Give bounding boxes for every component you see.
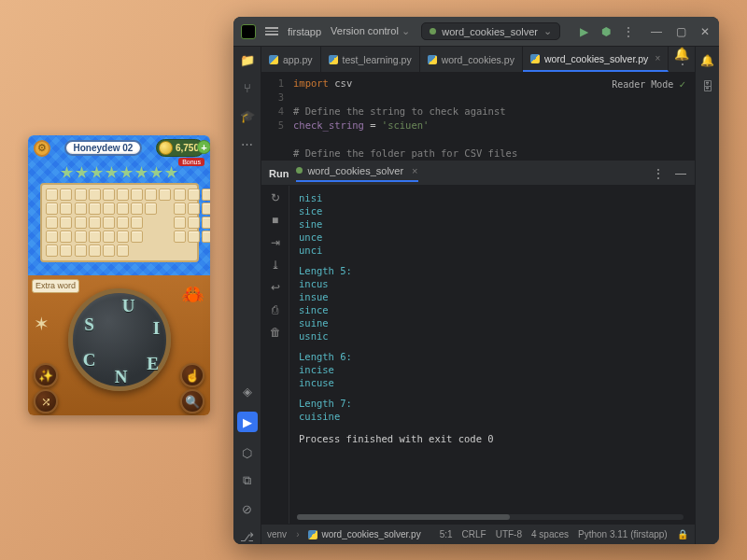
readonly-lock-icon[interactable]: 🔒: [677, 529, 688, 539]
search-hint-button[interactable]: 🔍: [180, 389, 204, 413]
titlebar: firstapp Version control word_cookies_so…: [233, 17, 719, 47]
wheel-letter[interactable]: U: [118, 295, 140, 317]
learn-tool-icon[interactable]: 🎓: [240, 108, 255, 123]
run-config-selector[interactable]: word_cookies_solver ⌄: [421, 22, 560, 40]
output-word: cuisine: [299, 410, 685, 423]
settings-gear-icon[interactable]: ⚙: [34, 140, 50, 157]
bonus-tag: Bonus: [178, 158, 204, 166]
wheel-letter[interactable]: N: [110, 366, 133, 388]
print-icon[interactable]: ⎙: [272, 303, 278, 316]
python-file-icon: [329, 55, 338, 64]
horizontal-scrollbar[interactable]: [297, 514, 684, 520]
run-panel-title: Run: [269, 168, 289, 179]
run-tool-icon[interactable]: ▶: [237, 412, 258, 432]
editor-tab-active[interactable]: word_cookies_solver.py×: [523, 47, 669, 72]
left-tool-strip: 📁 ⑂ 🎓 ⋯ ◈ ▶ ⬡ ⧉ ⊘ ⎇: [233, 47, 261, 544]
minimize-button[interactable]: ―: [650, 25, 663, 38]
terminal-tool-icon[interactable]: ⧉: [240, 473, 255, 488]
letter-wheel[interactable]: U I E N C S: [68, 288, 171, 391]
current-file[interactable]: word_cookies_solver.py: [308, 529, 420, 539]
output-word: sine: [299, 217, 685, 231]
code-content[interactable]: import csv # Define the string to check …: [289, 73, 517, 161]
line-ending[interactable]: CRLF: [462, 529, 486, 539]
output-word: unci: [299, 244, 685, 257]
pointer-hint-button[interactable]: ☝: [180, 363, 204, 387]
file-encoding[interactable]: UTF-8: [496, 529, 522, 539]
step-icon[interactable]: ⇥: [271, 236, 280, 249]
output-word: nisi: [299, 191, 685, 204]
hint-wand-button[interactable]: ✨: [34, 363, 58, 387]
coin-counter[interactable]: 6,750: [156, 139, 204, 157]
run-panel-options-icon[interactable]: ⋮: [652, 167, 665, 180]
output-heading: Length 6:: [299, 350, 685, 363]
close-tab-icon[interactable]: ×: [655, 53, 660, 63]
softwrap-icon[interactable]: ↩: [271, 281, 280, 294]
maximize-button[interactable]: ▢: [674, 25, 687, 38]
output-heading: Length 5:: [299, 264, 685, 277]
editor-tabs: app.py test_learning.py word_cookies.py …: [261, 47, 695, 73]
indent-setting[interactable]: 4 spaces: [531, 529, 569, 539]
clear-icon[interactable]: 🗑: [270, 326, 281, 339]
output-word: suine: [299, 316, 685, 329]
notifications-bell-icon[interactable]: 🔔: [674, 47, 689, 61]
problems-tool-icon[interactable]: ⊘: [240, 501, 255, 516]
more-tool-icon[interactable]: ⋯: [240, 136, 255, 151]
level-badge: Honeydew 02: [64, 140, 143, 156]
right-tool-strip: 🔔 🗄: [695, 47, 719, 544]
close-button[interactable]: ✕: [698, 25, 712, 38]
wheel-letter[interactable]: C: [78, 349, 101, 371]
run-config-tab[interactable]: word_cookies_solver×: [296, 165, 417, 182]
project-name[interactable]: firstapp: [288, 26, 321, 37]
interpreter[interactable]: Python 3.11 (firstapp): [578, 529, 668, 539]
debug-button[interactable]: ⬢: [599, 25, 613, 38]
word-grid: [40, 183, 199, 262]
project-tool-icon[interactable]: 📁: [240, 52, 255, 67]
reader-mode-toggle[interactable]: Reader Mode: [612, 78, 685, 91]
extra-word-jar[interactable]: Extra word: [32, 279, 79, 293]
database-tool-icon[interactable]: 🗄: [702, 80, 713, 93]
editor-tab[interactable]: word_cookies.py: [420, 47, 523, 72]
shuffle-button[interactable]: ⤮: [34, 389, 58, 413]
stop-icon[interactable]: ■: [272, 214, 278, 227]
wheel-letter[interactable]: E: [142, 353, 164, 375]
wheel-letter[interactable]: I: [146, 317, 168, 340]
pycharm-window: firstapp Version control word_cookies_so…: [233, 17, 719, 544]
word-cookies-game: ⚙ Honeydew 02 6,750 Bonus: [28, 135, 210, 415]
run-panel-hide-icon[interactable]: —: [674, 167, 687, 180]
line-gutter: 1 34 5: [261, 73, 289, 161]
code-editor[interactable]: 1 34 5 import csv # Define the string to…: [261, 73, 695, 161]
more-actions-button[interactable]: ⋮: [622, 25, 635, 38]
editor-tab[interactable]: app.py: [261, 47, 321, 72]
rerun-icon[interactable]: ↻: [271, 191, 280, 204]
output-word: incus: [299, 277, 685, 290]
python-file-icon: [269, 55, 278, 64]
layers-tool-icon[interactable]: ◈: [240, 384, 255, 399]
status-dot-icon: [430, 28, 436, 35]
services-tool-icon[interactable]: ⬡: [240, 445, 255, 460]
venv-indicator[interactable]: venv: [267, 529, 287, 539]
structure-tool-icon[interactable]: ⑂: [240, 80, 255, 95]
python-file-icon: [308, 530, 317, 539]
exit-message: Process finished with exit code 0: [299, 432, 685, 445]
editor-tab[interactable]: test_learning.py: [321, 47, 420, 72]
output-word: incuse: [299, 376, 685, 389]
output-word: since: [299, 303, 685, 316]
version-control-dropdown[interactable]: Version control: [331, 25, 410, 37]
vcs-tool-icon[interactable]: ⎇: [240, 529, 255, 544]
run-button[interactable]: ▶: [577, 25, 590, 38]
scroll-lock-icon[interactable]: ⤓: [271, 259, 280, 272]
main-menu-button[interactable]: [265, 27, 278, 35]
wheel-letter[interactable]: S: [78, 314, 101, 336]
console-output[interactable]: nisisicesineunceunciLength 5:incusinsues…: [289, 186, 695, 524]
notifications-icon[interactable]: 🔔: [700, 54, 714, 67]
run-panel-body: ↻ ■ ⇥ ⤓ ↩ ⎙ 🗑 nisisicesineunceunciLength…: [261, 186, 695, 524]
run-panel-header: Run word_cookies_solver× ⋮ —: [261, 161, 695, 186]
python-file-icon: [530, 54, 540, 63]
status-bar: venv › word_cookies_solver.py 5:1 CRLF U…: [261, 524, 695, 544]
output-word: unce: [299, 231, 685, 244]
output-word: usnic: [299, 329, 685, 343]
progress-stars: [28, 166, 210, 179]
crab-icon: 🦀: [181, 283, 204, 305]
cursor-position[interactable]: 5:1: [440, 529, 453, 539]
output-word: incise: [299, 363, 685, 376]
